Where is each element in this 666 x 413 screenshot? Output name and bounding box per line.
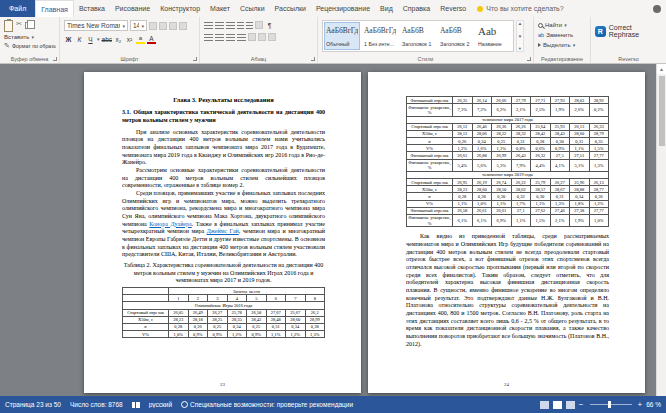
- shrink-font-button[interactable]: [159, 22, 167, 30]
- bullets-button[interactable]: [204, 22, 213, 29]
- align-left-button[interactable]: [204, 34, 213, 41]
- superscript-button[interactable]: x²: [125, 34, 134, 44]
- scroll-up-icon[interactable]: ▲: [657, 64, 666, 74]
- paste-icon[interactable]: [4, 20, 13, 32]
- show-paragraph-marks-button[interactable]: ¶: [265, 20, 274, 30]
- word-count[interactable]: Число слов: 8768: [70, 401, 123, 408]
- zoom-slider-thumb[interactable]: [608, 401, 611, 408]
- text-highlight-button[interactable]: а: [136, 35, 145, 44]
- align-right-button[interactable]: [226, 34, 235, 41]
- read-mode-button[interactable]: [540, 401, 549, 409]
- scrollbar-thumb[interactable]: [659, 76, 665, 146]
- page-right[interactable]: Финишный отрезок26,3526,1426,6627,7927,7…: [368, 72, 645, 393]
- style-item[interactable]: АаБбВгГд 1 Без инте...: [362, 22, 398, 50]
- ribbon-tab[interactable]: Главная: [35, 0, 74, 17]
- page-left[interactable]: Глава 3. Результаты исследования 3.1. Об…: [84, 72, 361, 393]
- copy-icon[interactable]: [25, 22, 31, 29]
- italic-button[interactable]: К: [75, 34, 84, 44]
- change-case-button[interactable]: [169, 22, 177, 30]
- subscript-button[interactable]: x₂: [114, 34, 123, 44]
- print-layout-button[interactable]: [553, 401, 562, 409]
- decrease-indent-button[interactable]: [237, 22, 244, 29]
- table-cell: 28,88: [570, 186, 590, 193]
- file-tab[interactable]: Файл: [0, 0, 35, 17]
- font-color-button[interactable]: А: [147, 35, 156, 44]
- grow-font-button[interactable]: [149, 22, 157, 30]
- style-item[interactable]: Aab Название: [476, 22, 512, 50]
- styles-dialog-launcher[interactable]: [527, 57, 531, 61]
- ribbon-tab[interactable]: Рисование: [110, 0, 155, 17]
- table-cell: 1,1%: [511, 214, 531, 226]
- style-item[interactable]: АаБбВ Заголовок 2: [438, 22, 474, 50]
- strikethrough-button[interactable]: abc: [102, 34, 112, 44]
- numbering-button[interactable]: [215, 22, 224, 29]
- font-name-combo[interactable]: Times New Roman ▾: [64, 20, 128, 31]
- format-painter-button[interactable]: ✎ Формат по образцу: [4, 42, 56, 50]
- ribbon-tab[interactable]: Рецензирование: [311, 0, 375, 17]
- language-indicator[interactable]: русский: [149, 401, 172, 408]
- ribbon-tab[interactable]: Справка: [398, 0, 435, 17]
- multilevel-list-button[interactable]: [226, 22, 235, 29]
- ribbon-tab[interactable]: Вставка: [74, 0, 110, 17]
- table-cell: 5,4%: [453, 159, 473, 171]
- account-icon[interactable]: [653, 5, 661, 13]
- page-indicator[interactable]: Страница 23 из 50: [5, 401, 61, 408]
- zoom-slider[interactable]: [590, 404, 632, 405]
- table-cell: 7,9%: [511, 159, 531, 171]
- justify-button[interactable]: [237, 34, 246, 41]
- hyperlink[interactable]: Конора Дуайера: [149, 221, 191, 227]
- table-cell: 28,99: [305, 316, 325, 323]
- clear-formatting-button[interactable]: [179, 22, 187, 30]
- sort-button[interactable]: [255, 21, 263, 29]
- paragraph-dialog-launcher[interactable]: [311, 57, 315, 61]
- ribbon-tab[interactable]: Reverso: [435, 0, 471, 17]
- table-cell: 1,0%: [589, 214, 609, 226]
- section-heading: 3.1. Общая характеристика тактической де…: [122, 109, 325, 124]
- style-item[interactable]: АаБбВ Заголовок 1: [400, 22, 436, 50]
- gallery-down-icon[interactable]: ▼: [518, 34, 522, 39]
- borders-button[interactable]: [268, 33, 276, 41]
- font-size-combo[interactable]: 14 ▾: [130, 20, 147, 31]
- ribbon-tab[interactable]: Макет: [205, 0, 235, 17]
- gallery-up-icon[interactable]: ▲: [518, 21, 522, 26]
- zoom-level[interactable]: 66 %: [646, 401, 661, 408]
- align-center-button[interactable]: [215, 34, 224, 41]
- select-button[interactable]: Выделить ▾: [538, 40, 587, 50]
- table-row: Стартовый отрезок26,0526,4926,2725,7826,…: [123, 309, 325, 316]
- table-cell: 0,30: [550, 138, 570, 145]
- hyperlink[interactable]: Джеймс Гай: [207, 228, 239, 234]
- find-button[interactable]: Найти ▾: [538, 20, 587, 30]
- style-item[interactable]: АаБбВгГд Обычный: [324, 22, 360, 50]
- increase-indent-button[interactable]: [246, 22, 253, 29]
- correct-rephrase-button[interactable]: R Correct Rephrase: [595, 24, 663, 38]
- cut-icon[interactable]: ✂: [16, 20, 22, 28]
- underline-button[interactable]: Ч: [86, 34, 95, 44]
- proofing-status[interactable]: [132, 402, 140, 408]
- ribbon-tab[interactable]: Вид: [375, 0, 398, 17]
- accessibility-status[interactable]: Специальные возможности: проверьте реком…: [181, 401, 353, 408]
- bold-button[interactable]: Ж: [64, 34, 73, 44]
- replace-button[interactable]: ab Заменить: [538, 30, 587, 40]
- line-spacing-button[interactable]: [248, 33, 256, 41]
- styles-gallery-scrollbar[interactable]: ▲ ▼ ▾: [516, 20, 524, 52]
- font-group-label: Шрифт: [120, 56, 138, 62]
- zoom-out-button[interactable]: −: [579, 401, 584, 409]
- zoom-in-button[interactable]: +: [638, 401, 643, 409]
- gallery-more-icon[interactable]: ▾: [519, 46, 521, 51]
- ribbon-tab[interactable]: Рассылки: [270, 0, 311, 17]
- tell-me-box[interactable]: Что вы хотите сделать?: [471, 0, 569, 17]
- table-cell: 0,9%: [550, 145, 570, 152]
- web-layout-button[interactable]: [566, 401, 575, 409]
- ribbon-tab[interactable]: Конструктор: [155, 0, 205, 17]
- table-cell: 6: [266, 295, 286, 302]
- table-cell: 27,77: [589, 152, 609, 159]
- paste-button[interactable]: Вставить ▾: [4, 34, 56, 40]
- document-area[interactable]: Глава 3. Результаты исследования 3.1. Об…: [0, 64, 666, 396]
- ribbon-tab[interactable]: Ссылки: [235, 0, 270, 17]
- editing-group: Найти ▾ ab Заменить Выделить ▾ Редактиро…: [534, 17, 591, 63]
- clipboard-dialog-launcher[interactable]: [53, 57, 57, 61]
- font-dialog-launcher[interactable]: [193, 57, 197, 61]
- shading-button[interactable]: [258, 33, 266, 41]
- correct-rephrase-label: Correct Rephrase: [609, 24, 663, 38]
- vertical-scrollbar[interactable]: ▲: [656, 64, 666, 396]
